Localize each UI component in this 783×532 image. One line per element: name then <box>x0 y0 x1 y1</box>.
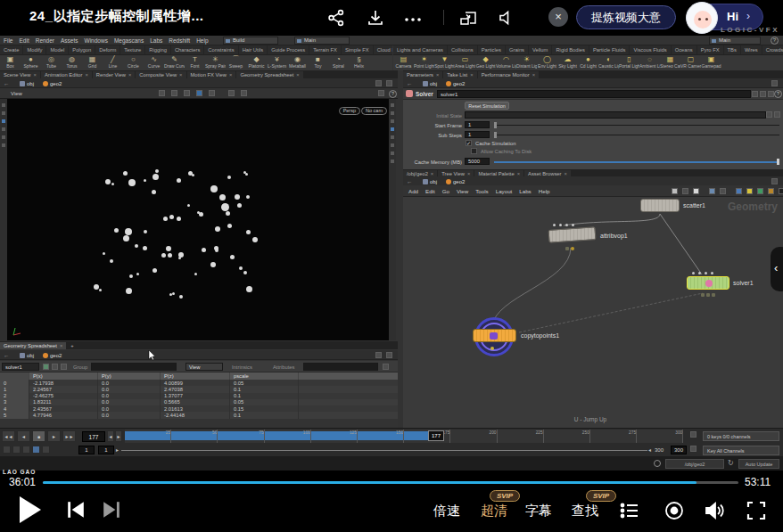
shelf-tool[interactable]: ☁ Sky Light <box>557 55 578 70</box>
close-tab-icon[interactable]: × <box>179 72 182 78</box>
record-icon[interactable] <box>663 500 685 521</box>
shelf-tool[interactable]: ▤ Camera <box>393 55 414 70</box>
close-tab-icon[interactable]: × <box>85 72 87 78</box>
pane-tab[interactable]: Performance Monitor× <box>478 71 540 78</box>
shelf-tab[interactable]: Particles <box>478 45 506 54</box>
scene-selector-right[interactable]: Main <box>709 37 761 45</box>
initial-state-field[interactable] <box>465 111 766 119</box>
shelf-tab[interactable]: Vellum <box>529 45 552 54</box>
subtitle-button[interactable]: 字幕 <box>525 503 552 520</box>
close-button[interactable]: × <box>548 7 568 27</box>
menu-item[interactable]: Layout <box>496 188 513 194</box>
pip-icon[interactable] <box>458 8 478 28</box>
persp-pill[interactable]: Persp <box>339 107 360 115</box>
key-all-icon[interactable] <box>690 446 696 452</box>
points-mode-icon[interactable] <box>43 364 49 370</box>
desktop-selector[interactable]: Build <box>223 37 278 45</box>
magnifier-icon[interactable] <box>768 91 774 97</box>
path-geo2[interactable]: geo2 <box>43 352 62 359</box>
fullscreen-icon[interactable] <box>746 500 767 521</box>
shelf-tool[interactable]: ◔ Spiral <box>328 55 349 70</box>
revert-icon[interactable] <box>766 111 772 118</box>
path-geo2[interactable]: geo2 <box>43 80 62 87</box>
shelf-tab[interactable]: Collisions <box>448 45 478 54</box>
menu-item[interactable]: Edit <box>19 37 29 44</box>
pane-tab-label[interactable]: Scene View <box>4 72 31 78</box>
speed-button[interactable]: 倍速 <box>433 503 460 520</box>
shelf-tool[interactable]: ◠ Volume Light <box>496 55 516 70</box>
shelf-tab[interactable]: Grains <box>506 45 529 54</box>
shelf-tab[interactable]: Create <box>0 45 23 54</box>
shelf-tab[interactable]: Cloud FX <box>374 45 392 54</box>
shelf-tab[interactable]: TBs <box>724 45 741 54</box>
add-tab-icon[interactable]: + <box>67 342 77 349</box>
dec-frame-icon[interactable]: ◄ <box>107 430 114 442</box>
menu-item[interactable]: Go <box>442 188 449 194</box>
viewport-left-toolbar[interactable] <box>0 99 7 340</box>
range-handle-right[interactable]: ◄ <box>647 447 652 453</box>
volume-icon[interactable] <box>704 500 725 521</box>
pin-icon[interactable] <box>771 80 778 86</box>
link-icon[interactable] <box>386 80 392 86</box>
shade-icon[interactable] <box>241 90 247 96</box>
pane-tab[interactable]: Take List× <box>443 71 476 78</box>
shelf-tool[interactable]: T Font <box>185 55 205 70</box>
spreadsheet-node-selector[interactable]: solver1 <box>2 363 39 371</box>
seek-bar[interactable] <box>43 481 738 484</box>
save-preset-icon[interactable] <box>760 91 766 97</box>
menu-item[interactable]: Labs <box>150 37 162 44</box>
help-icon[interactable]: ? <box>771 37 779 45</box>
shelf-tool[interactable]: ✶ Point Light <box>414 55 434 70</box>
status-path[interactable]: /obj/geo2 <box>665 459 724 469</box>
sim-toggle-icon[interactable] <box>22 446 30 454</box>
shelf-tool[interactable]: ● Cd Light <box>578 55 598 70</box>
menu-item[interactable]: Megascans <box>114 37 144 44</box>
shelf-tool[interactable]: ◎ Tube <box>41 55 62 70</box>
key-icon[interactable] <box>690 431 696 438</box>
pane-tab[interactable]: Scene View× <box>0 71 40 78</box>
pane-tab[interactable]: Motion FX View× <box>187 71 236 78</box>
shelf-tab[interactable]: Hair Utils <box>239 45 268 54</box>
shelf-tab[interactable]: Polygon <box>69 45 95 54</box>
flag-icon[interactable] <box>746 188 753 194</box>
pin-icon[interactable] <box>375 80 382 86</box>
shelf-tool[interactable]: ▯ Portal Light <box>619 55 639 70</box>
shelf-tool[interactable]: ○ Circle <box>123 55 144 70</box>
shelf-tab[interactable]: Rigging <box>145 45 171 54</box>
stop-button[interactable]: ■ <box>32 430 45 442</box>
shelf-tab[interactable]: Crowds <box>762 45 783 54</box>
pane-tab-label[interactable]: Render View <box>96 72 126 78</box>
snap-icon[interactable] <box>228 90 235 96</box>
shelf-tab[interactable]: Simple FX <box>342 45 374 54</box>
menu-item[interactable]: Tools <box>475 188 488 194</box>
close-tab-icon[interactable]: × <box>436 72 439 78</box>
layout-icon[interactable] <box>378 90 384 96</box>
menu-item[interactable]: Windows <box>85 37 108 44</box>
video-frame-houdini[interactable]: FileEditRenderAssetsWindowsMegascansLabs… <box>0 36 783 471</box>
network-editor-canvas[interactable]: Geometry scatter1 attribvop1 solver1 <box>403 197 783 428</box>
shelf-tool[interactable]: ☀ Distant Light <box>516 55 537 70</box>
geometry-spreadsheet-table[interactable]: P(x) P(y) P(z) pscale 0 -2.17938 0.0 4.0… <box>0 372 398 428</box>
shelf-tool[interactable]: ⌒ Sweep <box>226 55 246 70</box>
next-icon[interactable] <box>102 500 121 520</box>
pane-tab-label[interactable]: Geometry Spreadsheet <box>240 72 293 78</box>
attributes-filter-field[interactable] <box>303 363 378 371</box>
cache-memory-field[interactable]: 5000 <box>465 158 490 165</box>
view-dropdown[interactable]: View <box>185 363 223 371</box>
shelf-tab[interactable]: Rigid Bodies <box>552 45 589 54</box>
play-forward-button[interactable]: ► <box>47 430 61 442</box>
shelf-tool[interactable]: ◍ Torus <box>62 55 82 70</box>
info-icon[interactable] <box>768 188 774 194</box>
refresh-icon[interactable]: ↻ <box>728 459 734 467</box>
pane-tab-label[interactable]: Motion FX View <box>191 72 227 78</box>
audio-toggle-icon[interactable] <box>12 446 21 454</box>
gear-icon[interactable] <box>752 91 758 97</box>
sub-steps-field[interactable]: 1 <box>465 131 490 138</box>
prims-mode-icon[interactable] <box>61 364 67 370</box>
grid-toggle-icon[interactable] <box>709 188 715 194</box>
shelf-tab[interactable]: Model <box>46 45 69 54</box>
menu-item[interactable]: Assets <box>61 37 78 44</box>
table-row[interactable]: 4 2.43567 0.0 2.01613 0.15 <box>0 405 398 412</box>
shelf-tool[interactable]: ◆ Platonic <box>246 55 267 70</box>
shelf-tab[interactable]: Pyro FX <box>697 45 724 54</box>
